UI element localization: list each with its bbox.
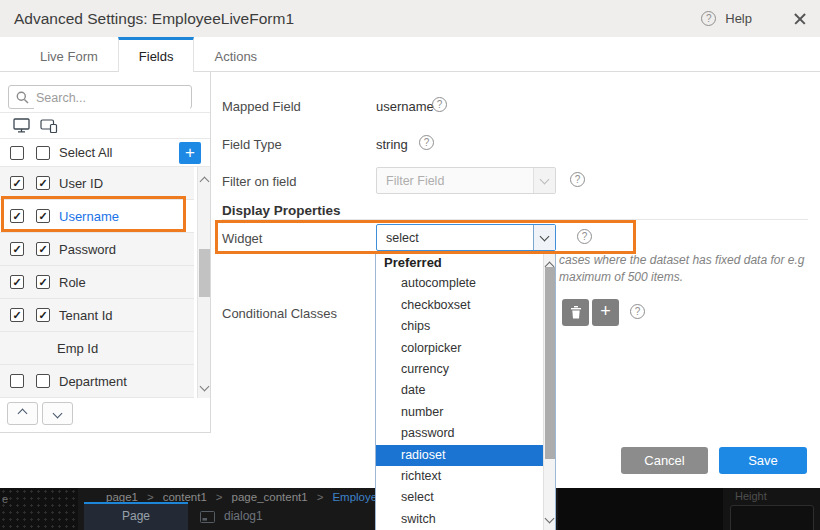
dropdown-option-checkboxset[interactable]: checkboxset [376, 295, 543, 316]
select-all-web-checkbox[interactable] [10, 146, 24, 160]
field-type-help-icon[interactable] [419, 135, 434, 150]
mobile-devices-icon[interactable] [40, 118, 59, 133]
background-panel-left: e [0, 488, 78, 530]
fields-sidebar: Select All User ID Username Password [0, 72, 211, 433]
widget-help-note: cases where the dataset has fixed data f… [559, 252, 814, 286]
web-checkbox[interactable] [10, 242, 24, 256]
height-property-label: Height [735, 490, 767, 502]
field-row-role[interactable]: Role [0, 266, 194, 299]
field-row-tenant-id[interactable]: Tenant Id [0, 299, 194, 332]
search-icon [16, 91, 29, 104]
dropdown-option-radioset[interactable]: radioset [376, 445, 543, 466]
breadcrumb-separator: > [216, 491, 223, 503]
close-icon[interactable] [793, 12, 807, 26]
add-class-button[interactable] [592, 299, 619, 326]
chevron-down-icon [540, 231, 550, 241]
add-field-button[interactable] [179, 142, 201, 164]
mobile-checkbox[interactable] [36, 308, 50, 322]
widget-label: Widget [222, 231, 262, 246]
cancel-button[interactable]: Cancel [621, 447, 708, 474]
help-note-line1: cases where the dataset has fixed data f… [559, 252, 814, 269]
scroll-up-icon[interactable] [200, 177, 210, 187]
page-tab[interactable]: Page [84, 502, 188, 530]
web-checkbox[interactable] [10, 275, 24, 289]
tab-live-form[interactable]: Live Form [20, 37, 118, 71]
field-row-user-id[interactable]: User ID [0, 167, 194, 200]
height-property-input[interactable] [730, 505, 814, 530]
conditional-classes-help-icon[interactable] [630, 304, 645, 319]
mapped-field-help-icon[interactable] [432, 97, 447, 112]
desktop-icon[interactable] [13, 118, 31, 133]
help-icon[interactable] [701, 11, 716, 26]
scrollbar-thumb[interactable] [545, 267, 555, 459]
move-field-up-button[interactable] [7, 402, 38, 425]
field-list: User ID Username Password Role Tenant Id [0, 167, 194, 398]
dropdown-group-preferred: Preferred [376, 252, 543, 273]
field-row-emp-id[interactable]: Emp Id [0, 332, 194, 365]
filter-field-select[interactable]: Filter Field [376, 167, 556, 194]
breadcrumb-page-content1[interactable]: page_content1 [232, 491, 308, 503]
help-link[interactable]: Help [725, 11, 752, 26]
dropdown-option-number[interactable]: number [376, 402, 543, 423]
move-field-down-button[interactable] [42, 402, 73, 425]
tab-bar: Live Form Fields Actions [0, 37, 820, 72]
scroll-down-icon[interactable] [545, 514, 555, 524]
field-row-username[interactable]: Username [0, 200, 194, 233]
widget-help-icon[interactable] [577, 229, 592, 244]
dialog-window-icon [200, 511, 215, 523]
scrollbar-thumb[interactable] [199, 249, 210, 297]
trash-icon [570, 306, 582, 319]
dialog1-label[interactable]: dialog1 [224, 509, 263, 523]
field-label: Role [59, 275, 86, 290]
field-label: Tenant Id [59, 308, 113, 323]
field-label: Emp Id [57, 341, 98, 356]
filter-on-field-label: Filter on field [222, 174, 296, 189]
dropdown-scrollbar[interactable] [543, 252, 555, 530]
widget-select[interactable]: select [376, 224, 556, 251]
dropdown-option-colorpicker[interactable]: colorpicker [376, 338, 543, 359]
dialog-header: Advanced Settings: EmployeeLiveForm1 Hel… [0, 0, 820, 37]
web-checkbox[interactable] [10, 176, 24, 190]
chevron-down-icon [540, 174, 550, 184]
dropdown-option-chips[interactable]: chips [376, 316, 543, 337]
mobile-checkbox[interactable] [36, 242, 50, 256]
select-all-row: Select All [0, 139, 210, 167]
filter-field-placeholder: Filter Field [377, 174, 533, 188]
web-checkbox[interactable] [10, 209, 24, 223]
select-all-mobile-checkbox[interactable] [36, 146, 50, 160]
dropdown-option-richtext[interactable]: richtext [376, 466, 543, 487]
mobile-checkbox[interactable] [36, 275, 50, 289]
tab-fields[interactable]: Fields [118, 37, 195, 72]
scroll-down-icon[interactable] [200, 382, 210, 392]
background-properties-panel: Height [723, 488, 820, 530]
dropdown-option-password[interactable]: password [376, 423, 543, 444]
breadcrumb-separator: > [317, 491, 324, 503]
field-label: Department [59, 374, 127, 389]
field-list-scrollbar[interactable] [197, 167, 210, 398]
tab-actions[interactable]: Actions [194, 37, 277, 71]
web-checkbox[interactable] [10, 374, 24, 388]
advanced-settings-dialog: Advanced Settings: EmployeeLiveForm1 Hel… [0, 0, 820, 530]
field-label: Username [59, 209, 119, 224]
widget-select-value: select [377, 231, 533, 245]
dropdown-option-date[interactable]: date [376, 380, 543, 401]
dropdown-option-autocomplete[interactable]: autocomplete [376, 273, 543, 294]
web-checkbox[interactable] [10, 308, 24, 322]
delete-class-button[interactable] [562, 299, 589, 326]
mobile-checkbox[interactable] [36, 374, 50, 388]
field-row-department[interactable]: Department [0, 365, 194, 398]
conditional-classes-label: Conditional Classes [222, 306, 337, 321]
save-button[interactable]: Save [719, 447, 807, 474]
search-input[interactable] [34, 87, 190, 109]
dropdown-option-switch[interactable]: switch [376, 509, 543, 530]
filter-field-help-icon[interactable] [570, 172, 585, 187]
mapped-field-label: Mapped Field [222, 99, 301, 114]
select-all-label: Select All [59, 145, 112, 160]
field-row-password[interactable]: Password [0, 233, 194, 266]
dropdown-option-currency[interactable]: currency [376, 359, 543, 380]
mobile-checkbox[interactable] [36, 176, 50, 190]
dropdown-option-select[interactable]: select [376, 487, 543, 508]
device-toggle-row [0, 112, 210, 139]
field-label: Password [59, 242, 116, 257]
mobile-checkbox[interactable] [36, 209, 50, 223]
